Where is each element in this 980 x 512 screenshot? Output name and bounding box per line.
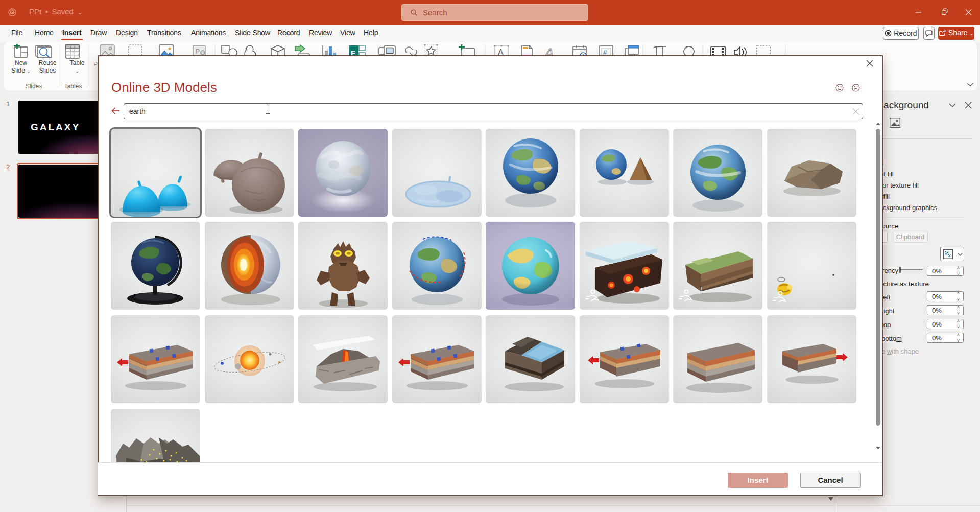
- svg-text:P: P: [196, 48, 200, 55]
- svg-text:P: P: [11, 10, 13, 14]
